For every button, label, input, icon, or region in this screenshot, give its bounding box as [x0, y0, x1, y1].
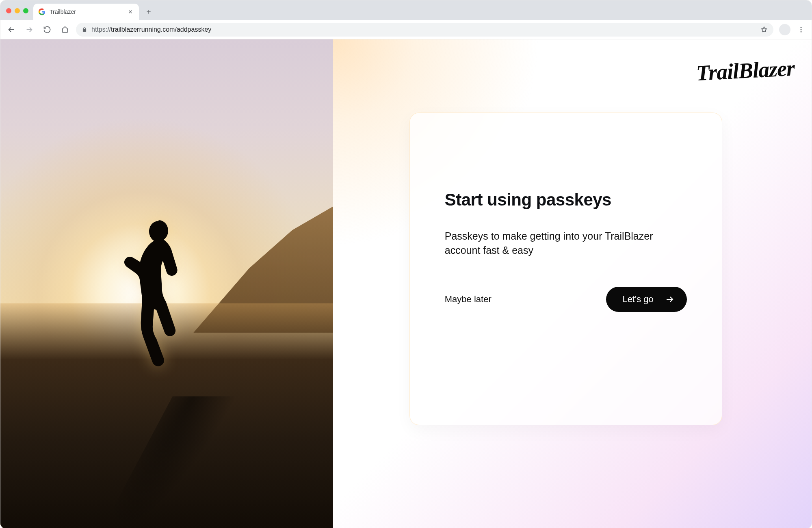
card-title: Start using passkeys — [445, 190, 687, 210]
url-text: https://trailblazerrunning.com/addpasske… — [91, 26, 211, 33]
tab-title: Trailblazer — [50, 9, 127, 15]
lets-go-label: Let's go — [622, 294, 653, 305]
hero-image — [0, 39, 333, 528]
lock-icon — [82, 27, 87, 32]
window-maximize-button[interactable] — [23, 8, 28, 13]
card-actions: Maybe later Let's go — [445, 287, 687, 312]
content-pane: TrailBlazer Start using passkeys Passkey… — [333, 39, 812, 528]
tab-close-button[interactable] — [127, 8, 134, 15]
window-controls — [6, 8, 28, 13]
maybe-later-link[interactable]: Maybe later — [445, 294, 492, 305]
svg-point-0 — [801, 27, 802, 28]
page-viewport: TrailBlazer Start using passkeys Passkey… — [0, 39, 812, 528]
overflow-menu-button[interactable] — [797, 26, 805, 34]
toolbar: https://trailblazerrunning.com/addpasske… — [0, 20, 812, 39]
card-description: Passkeys to make getting into your Trail… — [445, 229, 664, 258]
window-close-button[interactable] — [6, 8, 11, 13]
browser-tab[interactable]: Trailblazer — [33, 4, 139, 20]
window-minimize-button[interactable] — [15, 8, 20, 13]
browser-window: Trailblazer https://trailblazerr — [0, 0, 812, 528]
new-tab-button[interactable] — [142, 5, 155, 18]
brand-logo: TrailBlazer — [696, 56, 795, 86]
tab-strip: Trailblazer — [0, 0, 812, 20]
svg-point-2 — [801, 31, 802, 32]
forward-button[interactable] — [22, 23, 36, 37]
arrow-right-icon — [665, 294, 675, 304]
home-button[interactable] — [58, 23, 72, 37]
profile-avatar[interactable] — [779, 24, 790, 35]
lets-go-button[interactable]: Let's go — [606, 287, 686, 312]
runner-silhouette-icon — [123, 220, 193, 399]
svg-point-1 — [801, 29, 802, 30]
passkey-card: Start using passkeys Passkeys to make ge… — [409, 113, 722, 425]
google-favicon-icon — [38, 8, 45, 15]
bookmark-star-icon[interactable] — [760, 26, 768, 33]
address-bar[interactable]: https://trailblazerrunning.com/addpasske… — [76, 23, 773, 37]
reload-button[interactable] — [40, 23, 54, 37]
back-button[interactable] — [4, 23, 18, 37]
